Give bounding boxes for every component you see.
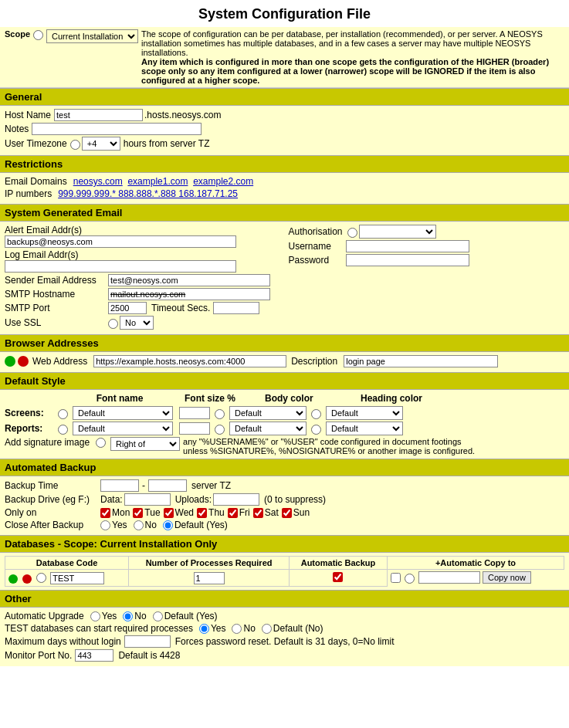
screens-font-mag: [58, 409, 68, 419]
close-no-option[interactable]: No: [134, 520, 157, 530]
body-color-label: Body color: [265, 393, 357, 404]
auto-upgrade-no-radio[interactable]: [123, 611, 133, 621]
day-thu[interactable]: Thu: [197, 507, 225, 518]
db-processes-input[interactable]: [194, 572, 225, 584]
section-browser-header: Browser Addresses: [0, 334, 569, 352]
day-fri-checkbox[interactable]: [228, 508, 238, 518]
signature-position-select[interactable]: Right of Left of Above Below: [110, 437, 180, 451]
description-label: Description: [291, 356, 337, 367]
auto-upgrade-no[interactable]: No: [123, 611, 146, 621]
uploads-input[interactable]: [213, 493, 259, 506]
backup-time-to[interactable]: [148, 479, 187, 492]
scope-select[interactable]: Current Installation Server Database: [46, 29, 138, 43]
day-wed-checkbox[interactable]: [164, 508, 174, 518]
font-name-label: Font name: [58, 393, 181, 404]
reports-heading-color-select[interactable]: Default: [326, 422, 403, 435]
sender-input[interactable]: [108, 274, 270, 286]
add-web-address-icon[interactable]: [5, 356, 15, 367]
username-input[interactable]: [346, 240, 469, 252]
auto-upgrade-label: Automatic Upgrade: [5, 611, 84, 621]
db-auto-backup-checkbox[interactable]: [333, 572, 343, 582]
db-auto-copy-checkbox[interactable]: [391, 573, 401, 583]
test-db-yes-radio[interactable]: [199, 624, 209, 634]
close-yes-option[interactable]: Yes: [100, 520, 127, 530]
screens-row: Screens: Default Default Default: [5, 406, 564, 420]
user-timezone-suffix: hours from server TZ: [124, 138, 210, 149]
auto-upgrade-default-radio[interactable]: [153, 611, 163, 621]
host-name-suffix: .hosts.neosys.com: [144, 110, 221, 120]
alert-email-label: Alert Email Addr(s): [5, 225, 105, 235]
day-sun-checkbox[interactable]: [282, 508, 292, 518]
user-timezone-select[interactable]: +4 0 +1 +2 +3 +5: [82, 137, 120, 151]
test-db-default-radio[interactable]: [262, 624, 272, 634]
smtp-hostname-input[interactable]: [108, 288, 270, 300]
password-row: Password: [289, 254, 565, 266]
section-backup-header: Automated Backup: [0, 459, 569, 476]
use-ssl-select[interactable]: No Yes: [120, 316, 154, 330]
day-wed[interactable]: Wed: [164, 507, 194, 518]
user-timezone-mag-icon: [70, 140, 80, 150]
timeout-input[interactable]: [213, 302, 259, 314]
signature-label: Add signature image: [5, 437, 90, 448]
test-db-no[interactable]: No: [232, 623, 255, 634]
scope-label: Scope: [5, 29, 30, 39]
day-mon[interactable]: Mon: [100, 507, 130, 518]
use-ssl-label: Use SSL: [5, 317, 105, 328]
password-input[interactable]: [346, 254, 469, 266]
backup-time-from[interactable]: [100, 479, 139, 492]
email-domains-row: Email Domains neosys.com example1.com ex…: [5, 176, 564, 187]
close-no-radio[interactable]: [134, 520, 144, 530]
close-default-radio[interactable]: [163, 520, 173, 530]
day-fri[interactable]: Fri: [228, 507, 250, 518]
day-thu-checkbox[interactable]: [197, 508, 207, 518]
day-mon-checkbox[interactable]: [100, 508, 110, 518]
backup-time-label: Backup Time: [5, 480, 97, 491]
auto-upgrade-yes-radio[interactable]: [90, 611, 100, 621]
data-input[interactable]: [124, 493, 171, 506]
alert-email-input[interactable]: [5, 235, 236, 248]
copy-now-button[interactable]: Copy now: [483, 571, 531, 584]
reports-font-select[interactable]: Default: [73, 422, 173, 435]
monitor-port-input[interactable]: [75, 649, 113, 662]
log-email-input[interactable]: [5, 260, 236, 273]
notes-input[interactable]: [32, 123, 202, 135]
db-mag-icon: [36, 573, 46, 583]
test-db-default[interactable]: Default (No): [262, 623, 323, 634]
remove-db-icon[interactable]: [22, 574, 32, 584]
screens-body-color-select[interactable]: Default: [229, 406, 307, 420]
reports-font-size-input[interactable]: [179, 422, 210, 435]
smtp-port-input[interactable]: [108, 302, 147, 314]
close-yes-radio[interactable]: [100, 520, 110, 530]
test-db-yes[interactable]: Yes: [199, 623, 226, 634]
day-tue-checkbox[interactable]: [133, 508, 143, 518]
ip-numbers-value: 999.999.999.* 888.888.*.888 168.187.71.2…: [58, 188, 238, 199]
day-sat-checkbox[interactable]: [253, 508, 263, 518]
remove-web-address-icon[interactable]: [18, 356, 29, 367]
day-tue[interactable]: Tue: [133, 507, 160, 518]
db-code-input[interactable]: [50, 572, 104, 584]
description-input[interactable]: [344, 355, 498, 367]
test-db-no-radio[interactable]: [232, 624, 242, 634]
suppress-label: (0 to suppress): [264, 494, 326, 505]
reports-body-color-select[interactable]: Default: [229, 422, 307, 435]
add-db-icon[interactable]: [8, 574, 18, 584]
day-sat[interactable]: Sat: [253, 507, 279, 518]
max-days-input[interactable]: [124, 635, 171, 648]
screens-font-size-input[interactable]: [179, 407, 210, 419]
smtp-hostname-row: SMTP Hostname: [5, 288, 281, 300]
auth-select[interactable]: [359, 225, 436, 239]
auto-upgrade-default[interactable]: Default (Yes): [153, 611, 218, 621]
web-address-input[interactable]: [93, 355, 286, 367]
host-name-input[interactable]: [54, 109, 143, 121]
close-default-option[interactable]: Default (Yes): [163, 520, 228, 530]
notes-label: Notes: [5, 124, 29, 134]
screens-font-select[interactable]: Default: [73, 406, 173, 420]
auto-upgrade-yes[interactable]: Yes: [90, 611, 117, 621]
section-other-header: Other: [0, 590, 569, 608]
uploads-label: Uploads:: [175, 494, 212, 505]
day-sun[interactable]: Sun: [282, 507, 310, 518]
db-copy-to-input[interactable]: [418, 571, 480, 584]
reports-row: Reports: Default Default Default: [5, 422, 564, 435]
screens-heading-color-select[interactable]: Default: [326, 406, 403, 420]
use-ssl-row: Use SSL No Yes: [5, 316, 281, 330]
